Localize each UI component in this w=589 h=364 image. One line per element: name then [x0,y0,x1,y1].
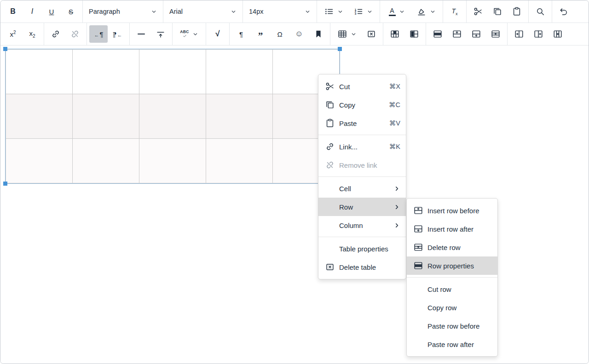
table-cell[interactable] [139,50,206,94]
context-menu-item-remove-link[interactable]: Remove link [318,156,406,174]
highlight-color-button[interactable] [412,3,440,20]
context-menu-item-row[interactable]: Row [318,198,406,216]
submenu-item-paste-row-before[interactable]: Paste row before [407,317,497,335]
cell-properties-button[interactable] [386,25,404,43]
cell-properties-icon [390,29,400,39]
bookmark-icon [313,29,323,39]
insert-row-after-button[interactable] [467,25,485,43]
row-properties-button[interactable] [428,25,447,43]
submenu-item-copy-row[interactable]: Copy row [407,298,497,317]
bullet-list-icon [324,6,334,17]
special-character-button[interactable]: Ω [271,25,289,43]
font-family-select[interactable]: Arial [163,0,243,23]
unlink-button[interactable] [66,25,84,43]
delete-column-button[interactable] [549,25,567,43]
table-cell[interactable] [6,50,73,94]
editor-content-area[interactable] [0,46,589,364]
insert-table-button[interactable] [333,25,361,43]
spellcheck-group: ABC [173,23,206,45]
bold-button[interactable]: B [4,3,22,20]
table-cell[interactable] [206,50,273,94]
paragraph-mark-button[interactable]: ¶ [232,25,250,43]
menu-item-label: Cut row [427,285,492,293]
block-format-select[interactable]: Paragraph [83,0,163,23]
submenu-item-cut-row[interactable]: Cut row [407,280,497,298]
square-root-icon: √ [215,29,219,39]
delete-row-icon [413,242,423,252]
cut-button[interactable] [469,3,487,20]
table-cell[interactable] [206,139,273,183]
text-color-swatch [389,15,396,16]
submenu-item-insert-row-after[interactable]: Insert row after [407,220,497,238]
italic-button[interactable]: I [23,3,41,20]
chevron-down-icon [430,9,436,15]
context-menu-item-cell[interactable]: Cell [318,179,406,198]
paste-button[interactable] [508,3,526,20]
copy-button[interactable] [488,3,507,20]
table-cell[interactable] [73,139,139,183]
rich-text-editor-window: B I U S Paragraph Arial 14px [0,0,589,364]
table-cell[interactable] [206,94,273,139]
resize-handle-bottom-left[interactable] [3,182,7,186]
clear-formatting-button[interactable]: Tx [445,3,464,20]
delete-column-icon [553,29,563,39]
menu-item-shortcut: ⌘X [389,83,400,90]
table-cell[interactable] [139,94,206,139]
rtl-button[interactable]: ¶← [109,25,127,43]
insert-row-before-button[interactable] [448,25,466,43]
subscript-button[interactable]: x2 [23,25,41,43]
search-button[interactable] [531,3,549,20]
context-menu-item-link[interactable]: Link... ⌘K [318,137,406,156]
delete-table-button[interactable] [362,25,381,43]
horizontal-rule-button[interactable] [132,25,150,43]
table-cell[interactable] [73,50,139,94]
merge-cells-button[interactable] [405,25,423,43]
emoji-button[interactable]: ☺ [290,25,308,43]
anchor-button[interactable] [309,25,328,43]
chevron-down-icon [231,9,237,15]
context-menu-item-column[interactable]: Column [318,216,406,234]
submenu-item-delete-row[interactable]: Delete row [407,238,497,256]
submenu-item-insert-row-before[interactable]: Insert row before [407,201,497,220]
strikethrough-button[interactable]: S [62,3,80,20]
table-cell[interactable] [73,94,139,139]
context-menu-item-table-properties[interactable]: Table properties [318,239,406,258]
table-cell[interactable] [6,94,73,139]
context-menu-item-paste[interactable]: Paste ⌘V [318,114,406,132]
context-menu-item-cut[interactable]: Cut ⌘X [318,77,406,96]
menu-icon-placeholder [413,302,423,313]
page-break-button[interactable] [151,25,170,43]
link-button[interactable] [46,25,65,43]
spellcheck-button[interactable]: ABC [175,25,203,43]
menu-divider [318,135,406,135]
chevron-down-icon [399,9,405,15]
blockquote-button[interactable]: ” [251,25,270,43]
context-menu-item-copy[interactable]: Copy ⌘C [318,96,406,114]
underline-button[interactable]: U [42,3,61,20]
insert-column-after-button[interactable] [529,25,548,43]
editor-table[interactable] [5,49,340,184]
insert-column-after-icon [533,29,543,39]
context-menu-item-delete-table[interactable]: Delete table [318,258,406,276]
bullet-list-button[interactable] [319,3,348,20]
undo-button[interactable] [554,3,573,20]
insert-column-before-button[interactable] [510,25,528,43]
delete-row-button[interactable] [486,25,505,43]
submenu-item-paste-row-after[interactable]: Paste row after [407,335,497,353]
insert-line-group [130,23,172,45]
rtl-pilcrow: ¶ [113,30,116,38]
insert-row-before-icon [413,205,423,216]
submenu-item-row-properties[interactable]: Row properties [407,256,497,275]
resize-handle-top-left[interactable] [3,47,7,51]
text-color-button[interactable]: A [382,3,411,20]
link-icon [51,29,61,39]
numbered-list-button[interactable] [349,3,377,20]
superscript-button[interactable]: x2 [4,25,22,43]
table-cell[interactable] [139,139,206,183]
ltr-button[interactable]: ←¶ [89,25,108,43]
omega-icon: Ω [277,30,282,38]
table-cell[interactable] [6,139,73,183]
resize-handle-top-right[interactable] [338,47,342,51]
formula-button[interactable]: √ [208,25,227,43]
font-size-select[interactable]: 14px [243,0,317,23]
